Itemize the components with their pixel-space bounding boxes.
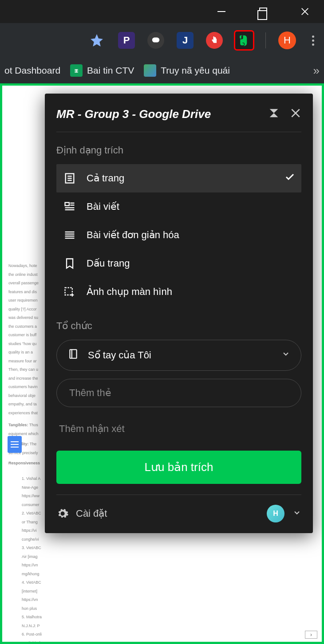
bookmark-label: ot Dashboard — [4, 65, 60, 76]
extension-evernote-button[interactable] — [235, 31, 253, 49]
bookmark-label: Bai tin CTV — [87, 65, 134, 76]
extension-j-button[interactable]: J — [177, 32, 194, 49]
popup-header: MR - Group 3 - Google Drive — [56, 107, 301, 132]
profile-letter: H — [284, 35, 291, 46]
svg-rect-10 — [65, 203, 69, 206]
scroll-right-button[interactable]: › — [305, 631, 317, 639]
extension-line-button[interactable] — [147, 32, 164, 49]
extension-block-button[interactable] — [206, 32, 223, 49]
maximize-icon — [259, 8, 267, 16]
user-avatar[interactable]: H — [267, 505, 284, 522]
evernote-clipper-popup: MR - Group 3 - Google Drive Định dạng tr… — [45, 94, 313, 533]
format-label: Dấu trang — [87, 258, 130, 269]
format-bookmark[interactable]: Dấu trang — [56, 249, 301, 278]
avatar-letter: H — [273, 510, 278, 518]
ext-j-label: J — [182, 35, 188, 46]
page-icon — [63, 171, 77, 185]
bookmark-label: Truy nã yêu quái — [161, 65, 230, 76]
close-icon — [290, 107, 301, 119]
chevron-down-icon — [281, 349, 290, 361]
account-dropdown-button[interactable] — [292, 508, 301, 519]
format-label: Bài viết — [87, 201, 119, 212]
extension-p-button[interactable]: P — [118, 32, 135, 49]
star-icon — [90, 34, 103, 47]
svg-rect-22 — [70, 349, 76, 358]
game-icon — [144, 64, 156, 77]
format-article[interactable]: Bài viết — [56, 192, 301, 221]
close-popup-button[interactable] — [290, 107, 301, 121]
format-full-page[interactable]: Cả trang — [56, 164, 301, 192]
toolbar-separator — [265, 32, 266, 48]
horizontal-scrollbar[interactable]: › — [7, 630, 317, 639]
window-titlebar — [0, 0, 324, 23]
simplified-icon — [63, 228, 77, 242]
minimize-icon — [217, 11, 225, 12]
profile-avatar-button[interactable]: H — [278, 31, 296, 49]
bookmarks-bar: ot Dashboard Bai tin CTV Truy nã yêu quá… — [0, 58, 324, 83]
settings-button[interactable]: Cài đặt — [56, 507, 107, 520]
screenshot-icon — [63, 285, 77, 299]
page-highlight-border: Nowadays, hotethe online industoverall p… — [0, 83, 324, 644]
format-list: Cả trang Bài viết Bài viết đơn giản hóa — [56, 164, 301, 306]
bookmark-bai-tin-ctv[interactable]: Bai tin CTV — [70, 64, 134, 77]
format-section-label: Định dạng trích — [56, 145, 301, 156]
gear-icon — [56, 507, 69, 520]
ext-p-label: P — [123, 35, 130, 46]
svg-rect-19 — [65, 288, 72, 295]
bookmark-star-button[interactable] — [88, 31, 106, 49]
tag-input[interactable]: Thêm thẻ — [56, 379, 301, 407]
chat-icon — [151, 35, 161, 45]
svg-rect-5 — [76, 69, 77, 73]
close-icon — [300, 7, 310, 16]
hand-icon — [210, 36, 219, 45]
evernote-icon — [237, 34, 251, 47]
sheets-icon — [70, 64, 83, 77]
format-label: Ảnh chụp màn hình — [87, 286, 172, 298]
window-maximize-button[interactable] — [253, 1, 273, 22]
tag-placeholder: Thêm thẻ — [69, 387, 111, 398]
bookmark-dashboard[interactable]: ot Dashboard — [4, 65, 60, 76]
format-label: Bài viết đơn giản hóa — [87, 229, 179, 241]
notebook-selector[interactable]: Sổ tay của Tôi — [56, 340, 301, 371]
notebook-name: Sổ tay của Tôi — [88, 349, 151, 361]
popup-footer: Cài đặt H — [56, 495, 301, 522]
settings-label: Cài đặt — [76, 508, 107, 519]
window-minimize-button[interactable] — [211, 1, 232, 22]
save-clip-button[interactable]: Lưu bản trích — [56, 451, 301, 484]
page-content: Nowadays, hotethe online industoverall p… — [2, 86, 322, 642]
comment-placeholder: Thêm nhận xét — [59, 423, 125, 434]
save-button-label: Lưu bản trích — [145, 460, 213, 474]
bookmark-icon — [63, 256, 77, 271]
check-icon — [284, 172, 295, 185]
organize-section-label: Tổ chức — [56, 320, 301, 332]
hourglass-icon — [268, 107, 280, 119]
popup-title: MR - Group 3 - Google Drive — [56, 107, 211, 121]
comment-input[interactable]: Thêm nhận xét — [56, 420, 301, 438]
notebook-icon — [67, 348, 79, 362]
svg-rect-0 — [152, 38, 160, 43]
browser-toolbar: P J H — [0, 23, 324, 58]
bookmark-truy-na[interactable]: Truy nã yêu quái — [144, 64, 230, 77]
chevron-down-icon — [292, 508, 301, 517]
article-icon — [63, 200, 77, 214]
docs-sidebar-icon[interactable] — [8, 436, 22, 453]
format-screenshot[interactable]: Ảnh chụp màn hình — [56, 278, 301, 306]
browser-menu-button[interactable] — [308, 32, 318, 49]
window-close-button[interactable] — [295, 1, 315, 22]
bookmarks-overflow-button[interactable]: » — [313, 64, 320, 78]
collapse-button[interactable] — [268, 107, 280, 121]
format-label: Cả trang — [87, 173, 124, 184]
format-simplified-article[interactable]: Bài viết đơn giản hóa — [56, 221, 301, 249]
